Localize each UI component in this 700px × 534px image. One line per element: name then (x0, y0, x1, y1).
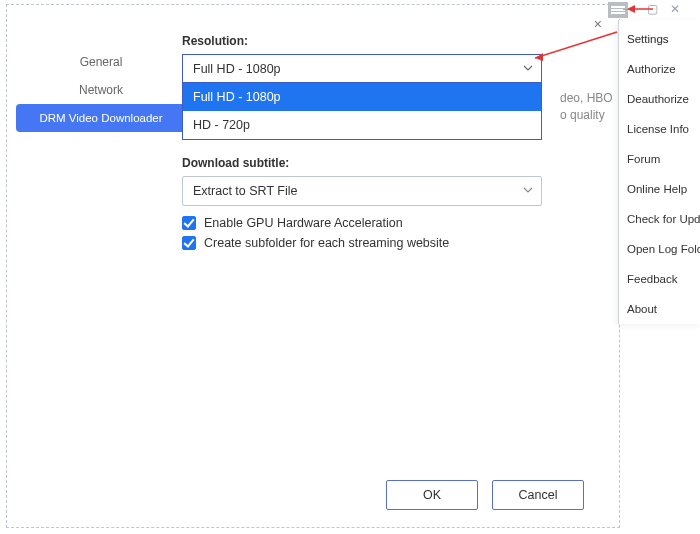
chevron-down-icon (523, 184, 533, 198)
sidebar-item-drm[interactable]: DRM Video Downloader (16, 104, 186, 132)
subtitle-select[interactable]: Extract to SRT File (182, 176, 542, 206)
menu-deauthorize[interactable]: Deauthorize (619, 84, 700, 114)
background-text: deo, HBO o quality (560, 90, 613, 124)
close-icon[interactable]: × (594, 16, 602, 32)
subfolder-checkbox-row: Create subfolder for each streaming webs… (182, 236, 562, 250)
minimize-icon[interactable]: — (623, 2, 635, 16)
resolution-dropdown: Full HD - 1080p HD - 720p (182, 83, 542, 140)
subfolder-checkbox-label: Create subfolder for each streaming webs… (204, 236, 449, 250)
menu-about[interactable]: About (619, 294, 700, 324)
menu-feedback[interactable]: Feedback (619, 264, 700, 294)
maximize-icon[interactable]: ▢ (647, 2, 658, 16)
menu-license[interactable]: License Info (619, 114, 700, 144)
resolution-option-1080p[interactable]: Full HD - 1080p (183, 83, 541, 111)
sidebar-item-general[interactable]: General (16, 48, 186, 76)
subtitle-label: Download subtitle: (182, 156, 562, 170)
dialog-sidebar: General Network DRM Video Downloader (16, 48, 186, 132)
menu-updates[interactable]: Check for Updates (619, 204, 700, 234)
menu-forum[interactable]: Forum (619, 144, 700, 174)
resolution-value: Full HD - 1080p (193, 62, 281, 76)
dialog-content: Resolution: Full HD - 1080p Full HD - 10… (182, 34, 562, 250)
gpu-checkbox-row: Enable GPU Hardware Acceleration (182, 216, 562, 230)
chevron-down-icon (523, 62, 533, 76)
app-menu: Settings Authorize Deauthorize License I… (618, 20, 700, 324)
window-controls: — ▢ ✕ (623, 2, 680, 16)
subtitle-value: Extract to SRT File (193, 184, 297, 198)
gpu-checkbox[interactable] (182, 216, 196, 230)
menu-authorize[interactable]: Authorize (619, 54, 700, 84)
dialog-buttons: OK Cancel (386, 480, 584, 510)
gpu-checkbox-label: Enable GPU Hardware Acceleration (204, 216, 403, 230)
menu-settings[interactable]: Settings (619, 24, 700, 54)
resolution-select[interactable]: Full HD - 1080p (182, 54, 542, 83)
menu-logfolder[interactable]: Open Log Folder (619, 234, 700, 264)
settings-dialog: × General Network DRM Video Downloader R… (6, 4, 620, 528)
window-close-icon[interactable]: ✕ (670, 2, 680, 16)
cancel-button[interactable]: Cancel (492, 480, 584, 510)
menu-help[interactable]: Online Help (619, 174, 700, 204)
ok-button[interactable]: OK (386, 480, 478, 510)
sidebar-item-network[interactable]: Network (16, 76, 186, 104)
resolution-label: Resolution: (182, 34, 562, 48)
subfolder-checkbox[interactable] (182, 236, 196, 250)
resolution-option-720p[interactable]: HD - 720p (183, 111, 541, 139)
